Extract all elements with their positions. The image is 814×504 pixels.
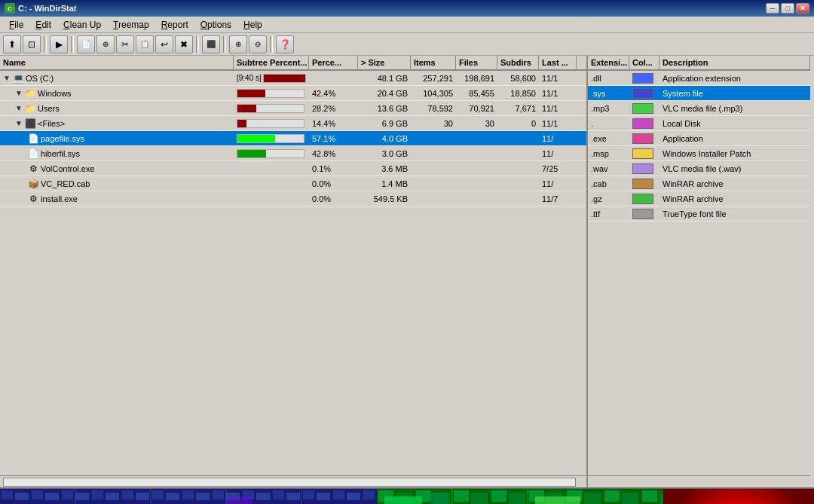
treemap-block-windows <box>0 489 377 504</box>
ext-row-dotmp3[interactable]: .mp3VLC media file (.mp3) <box>588 101 810 116</box>
ext-color-dotgz <box>629 191 659 206</box>
col-perc[interactable]: Perce... <box>309 56 358 69</box>
col-size[interactable]: > Size <box>358 56 411 69</box>
maximize-button[interactable]: □ <box>781 3 794 14</box>
subtree-cell-files <box>234 116 309 130</box>
toolbar-btn-2[interactable]: ⊡ <box>23 35 41 53</box>
tree-row-vc_red[interactable]: 📦VC_RED.cab0.0%1.4 MB11/ <box>0 176 586 191</box>
menu-cleanup[interactable]: Clean Up <box>57 18 107 32</box>
subdirs-cell-vc_red <box>497 176 539 191</box>
toolbar-sep-4 <box>223 36 226 53</box>
tree-body[interactable]: ▼💻OS (C:)[9:40 s]48.1 GB257,291198,69158… <box>0 71 586 475</box>
perc-cell-os_c <box>309 71 358 85</box>
svg-rect-22 <box>384 496 422 504</box>
menu-report[interactable]: Report <box>155 18 194 32</box>
col-subtree[interactable]: Subtree Percent... <box>234 56 309 69</box>
tree-row-install[interactable]: ⚙install.exe0.0%549.5 KB11/7 <box>0 191 586 206</box>
ext-desc-dot: Local Disk <box>659 116 810 130</box>
ext-desc-dotwav: VLC media file (.wav) <box>659 161 810 176</box>
ext-desc-dotsys: System file <box>659 86 810 100</box>
tree-row-users[interactable]: ▼📁Users28.2%13.6 GB78,59270,9217,67111/1 <box>0 101 586 116</box>
h-scroll[interactable] <box>0 475 586 487</box>
menu-help[interactable]: Help <box>237 18 268 32</box>
toolbar-btn-help[interactable]: ❓ <box>276 35 294 53</box>
tree-row-pagefile[interactable]: 📄pagefile.sys57.1%4.0 GB11/ <box>0 131 586 146</box>
toolbar-sep-1 <box>44 36 47 53</box>
files-cell-volcontrol <box>456 161 497 176</box>
col-files[interactable]: Files <box>456 56 497 69</box>
file-icon-pagefile: 📄 <box>27 133 39 144</box>
ext-row-dotexe[interactable]: .exeApplication <box>588 131 810 146</box>
minimize-button[interactable]: ─ <box>766 3 779 14</box>
last-cell-files: 11/1 <box>539 116 577 130</box>
ext-cell-dotgz: .gz <box>588 191 629 206</box>
color-swatch-dotmp3 <box>632 103 653 114</box>
tree-row-volcontrol[interactable]: ⚙VolControl.exe0.1%3.6 MB7/25 <box>0 161 586 176</box>
ext-row-dotdll[interactable]: .dllApplication extension <box>588 71 810 86</box>
svg-rect-23 <box>430 493 448 504</box>
bar-container-files <box>237 119 304 128</box>
ext-hscroll[interactable] <box>588 475 810 487</box>
toolbar-btn-refresh[interactable]: ⬆ <box>3 35 21 53</box>
ext-row-dotmsp[interactable]: .mspWindows Installer Patch <box>588 146 810 161</box>
file-icon-files: ⬛ <box>24 118 36 129</box>
toolbar-btn-zoomout[interactable]: ⊖ <box>249 35 267 53</box>
toolbar-btn-delete[interactable]: ✖ <box>175 35 193 53</box>
ext-color-dotttf <box>629 206 659 221</box>
toolbar-btn-copy[interactable]: ⊕ <box>96 35 115 53</box>
last-cell-pagefile: 11/ <box>539 131 577 145</box>
menu-edit[interactable]: Edit <box>29 18 57 32</box>
color-swatch-dotexe <box>632 133 653 144</box>
toolbar-btn-go[interactable]: ▶ <box>50 35 68 53</box>
filename-windows: Windows <box>38 89 72 98</box>
tree-row-windows[interactable]: ▼📁Windows42.4%20.4 GB104,30585,45518,850… <box>0 86 586 101</box>
ext-body[interactable]: .dllApplication extension.sysSystem file… <box>588 71 810 475</box>
ext-row-dotttf[interactable]: .ttfTrueType font file <box>588 206 810 221</box>
ext-col-desc[interactable]: Description <box>659 56 810 69</box>
last-cell-users: 11/1 <box>539 101 577 115</box>
ext-col-color[interactable]: Col... <box>629 56 659 69</box>
items-cell-hiberfil <box>411 146 456 160</box>
close-button[interactable]: ✕ <box>796 3 809 14</box>
menu-file[interactable]: File <box>3 18 29 32</box>
items-cell-windows: 104,305 <box>411 86 456 100</box>
toolbar-btn-zoomin[interactable]: ⊕ <box>229 35 247 53</box>
expand-icon-windows[interactable]: ▼ <box>15 89 23 97</box>
col-name[interactable]: Name <box>0 56 234 69</box>
tree-header: Name Subtree Percent... Perce... > Size … <box>0 56 586 71</box>
col-subdirs[interactable]: Subdirs <box>497 56 539 69</box>
menu-treemap[interactable]: Treemap <box>107 18 155 32</box>
items-cell-volcontrol <box>411 161 456 176</box>
svg-rect-0 <box>663 489 814 504</box>
ext-row-dotcab[interactable]: .cabWinRAR archive <box>588 176 810 191</box>
ext-row-dotgz[interactable]: .gzWinRAR archive <box>588 191 810 206</box>
toolbar-btn-props[interactable]: ⬛ <box>202 35 220 53</box>
size-cell-hiberfil: 3.0 GB <box>358 146 411 160</box>
svg-rect-25 <box>535 496 580 504</box>
ext-row-dotsys[interactable]: .sysSystem file <box>588 86 810 101</box>
tree-row-os_c[interactable]: ▼💻OS (C:)[9:40 s]48.1 GB257,291198,69158… <box>0 71 586 86</box>
size-cell-windows: 20.4 GB <box>358 86 411 100</box>
last-cell-hiberfil: 11/ <box>539 146 577 160</box>
ext-row-dotwav[interactable]: .wavVLC media file (.wav) <box>588 161 810 176</box>
h-scrollbar[interactable] <box>3 478 576 487</box>
last-cell-install: 11/7 <box>539 191 577 206</box>
toolbar-btn-new[interactable]: 📄 <box>77 35 95 53</box>
col-items[interactable]: Items <box>411 56 456 69</box>
col-last[interactable]: Last ... <box>539 56 577 69</box>
toolbar-btn-paste[interactable]: 📋 <box>136 35 154 53</box>
expand-icon-users[interactable]: ▼ <box>15 104 23 112</box>
expand-icon-os_c[interactable]: ▼ <box>3 74 11 82</box>
menu-options[interactable]: Options <box>194 18 237 32</box>
toolbar-btn-cut[interactable]: ✂ <box>116 35 134 53</box>
tree-row-hiberfil[interactable]: 📄hiberfil.sys42.8%3.0 GB11/ <box>0 146 586 161</box>
treemap-area[interactable] <box>0 487 814 504</box>
file-icon-vc_red: 📦 <box>27 179 39 189</box>
ext-col-ext[interactable]: Extensi... <box>588 56 629 69</box>
expand-icon-files[interactable]: ▼ <box>15 119 23 127</box>
ext-cell-dotmsp: .msp <box>588 146 629 160</box>
subdirs-cell-windows: 18,850 <box>497 86 539 100</box>
ext-row-dot[interactable]: .Local Disk <box>588 116 810 131</box>
toolbar-btn-undo[interactable]: ↩ <box>155 35 173 53</box>
tree-row-files[interactable]: ▼⬛<Files>14.4%6.9 GB3030011/1 <box>0 116 586 131</box>
